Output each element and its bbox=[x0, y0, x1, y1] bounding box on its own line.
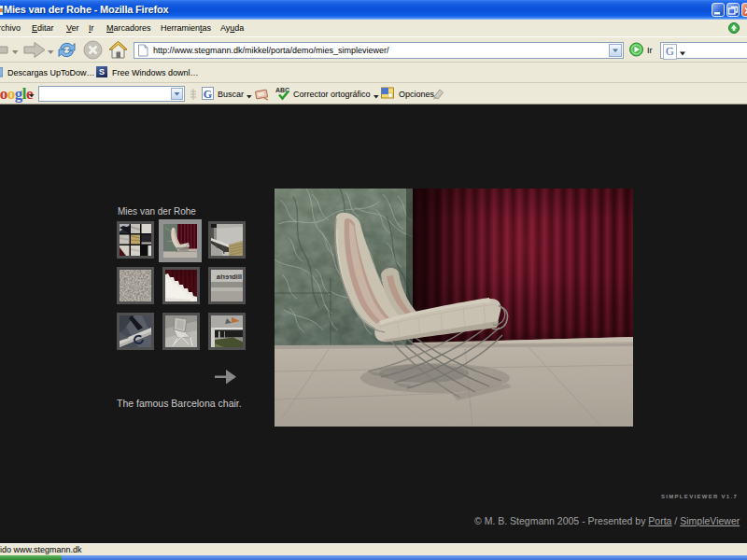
svg-text:llibreria: llibreria bbox=[216, 273, 242, 281]
